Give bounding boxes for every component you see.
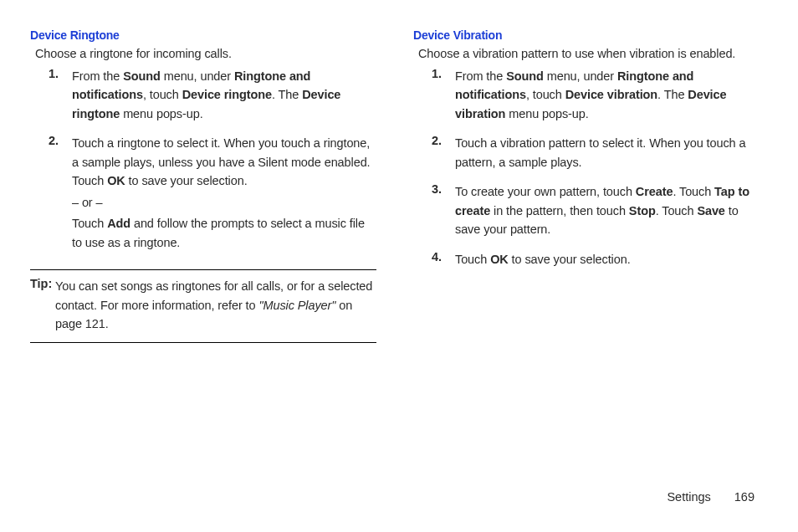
page-footer: Settings169	[667, 490, 755, 504]
list-item: 1. From the Sound menu, under Ringtone a…	[49, 67, 376, 125]
ringtone-steps: 1. From the Sound menu, under Ringtone a…	[49, 67, 376, 254]
step-text: Touch a ringtone to select it. When you …	[72, 134, 376, 254]
list-item: 4. Touch OK to save your selection.	[432, 250, 760, 271]
step-text: Touch a vibration pattern to select it. …	[455, 134, 760, 174]
step-number: 3.	[432, 182, 455, 241]
or-separator: – or –	[72, 193, 376, 212]
page-body: Device Ringtone Choose a ringtone for in…	[0, 0, 798, 343]
heading-device-vibration: Device Vibration	[413, 28, 760, 42]
heading-device-ringtone: Device Ringtone	[30, 28, 376, 42]
step-text: From the Sound menu, under Ringtone and …	[72, 67, 376, 125]
list-item: 3. To create your own pattern, touch Cre…	[432, 182, 760, 241]
left-column: Device Ringtone Choose a ringtone for in…	[30, 28, 376, 343]
footer-page-number: 169	[734, 490, 755, 504]
step-text: Touch OK to save your selection.	[455, 250, 631, 271]
step-number: 1.	[49, 67, 72, 125]
tip-text: You can set songs as ringtones for all c…	[55, 277, 376, 333]
list-item: 1. From the Sound menu, under Ringtone a…	[432, 67, 760, 125]
step-number: 1.	[432, 67, 455, 125]
step-text: From the Sound menu, under Ringtone and …	[455, 67, 760, 125]
step-number: 4.	[432, 250, 455, 271]
list-item: 2. Touch a vibration pattern to select i…	[432, 134, 760, 174]
intro-vibration: Choose a vibration pattern to use when v…	[418, 47, 760, 60]
vibration-steps: 1. From the Sound menu, under Ringtone a…	[432, 67, 760, 271]
step-text: To create your own pattern, touch Create…	[455, 182, 760, 241]
right-column: Device Vibration Choose a vibration patt…	[413, 28, 760, 343]
step-number: 2.	[432, 134, 455, 174]
tip-block: Tip: You can set songs as ringtones for …	[30, 269, 376, 342]
footer-section: Settings	[667, 490, 710, 504]
tip-label: Tip:	[30, 277, 55, 333]
step-number: 2.	[49, 134, 72, 254]
intro-ringtone: Choose a ringtone for incoming calls.	[35, 47, 376, 60]
list-item: 2. Touch a ringtone to select it. When y…	[49, 134, 376, 254]
